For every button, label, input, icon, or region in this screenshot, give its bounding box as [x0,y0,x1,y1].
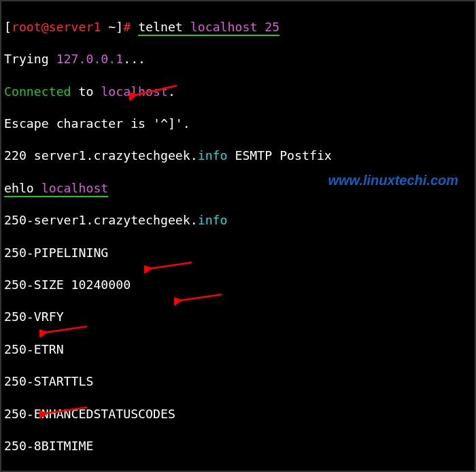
line-250-esc: 250-ENHANCEDSTATUSCODES [4,406,472,422]
line-250-vrfy: 250-VRFY [4,309,472,325]
cmd-host: localhost [190,20,258,36]
line-250-server: 250-server1.crazytechgeek.info [4,212,472,229]
line-250-pipe: 250-PIPELINING [4,245,472,261]
line-trying: Trying 127.0.0.1... [4,51,472,67]
line-250-size: 250-SIZE 10240000 [4,277,472,293]
line-250-8bit: 250-8BITMIME [4,438,472,454]
cmd-telnet: telnet [138,20,183,36]
line-1: [root@server1 ~]# telnet localhost 25 [4,19,472,35]
cmd-port: 25 [265,20,279,36]
line-escape: Escape character is '^]'. [4,116,472,132]
line-connected: Connected to localhost. [4,84,472,100]
line-250-tls: 250-STARTTLS [4,373,472,390]
watermark: www.linuxtechi.com [328,173,458,189]
line-250-etrn: 250-ETRN [4,341,472,358]
terminal[interactable]: [root@server1 ~]# telnet localhost 25 Tr… [1,1,475,472]
line-banner: 220 server1.crazytechgeek.info ESMTP Pos… [4,148,472,164]
